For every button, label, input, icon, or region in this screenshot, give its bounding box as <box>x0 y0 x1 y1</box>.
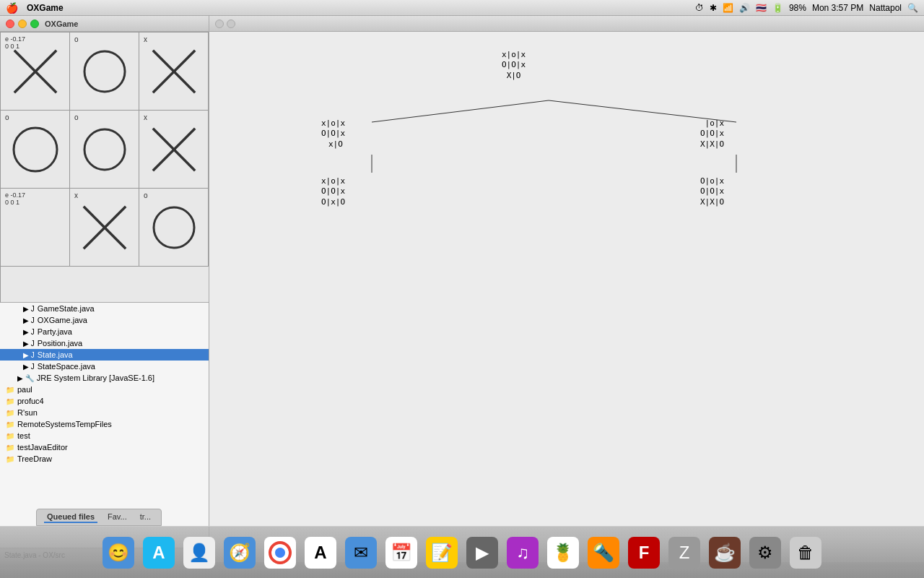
right-win-btn2[interactable] <box>227 20 235 28</box>
tab-tr[interactable]: tr... <box>137 512 154 523</box>
dock-safari[interactable]: 🧭 <box>221 534 258 571</box>
apple-menu[interactable]: 🍎 <box>6 2 18 14</box>
volume-icon[interactable]: 🔊 <box>739 3 750 13</box>
battery-icon[interactable]: 🔋 <box>772 3 783 13</box>
file-StateSpace[interactable]: ▶ J StateSpace.java <box>0 361 209 372</box>
dock-pineapple[interactable]: 🍍 <box>544 534 582 571</box>
mail-icon: ✉ <box>345 537 377 569</box>
dock-filezilla[interactable]: F <box>625 534 663 571</box>
folder-testjavaeditor[interactable]: 📁 testJavaEditor <box>0 441 209 453</box>
menubar-right: ⏱ ✱ 📶 🔊 🇹🇭 🔋 98% Mon 3:57 PM Nattapol 🔍 <box>695 3 918 13</box>
folder-profuc4[interactable]: 📁 profuc4 <box>0 395 209 407</box>
board-cell-1-1[interactable]: o <box>70 111 139 189</box>
o-mark-2-2 <box>149 202 199 253</box>
cell-label-0-1: o <box>74 35 79 43</box>
board-cell-0-1[interactable]: o <box>70 33 139 111</box>
dock-finder[interactable]: 😊 <box>100 534 137 571</box>
datetime: Mon 3:57 PM <box>812 3 863 13</box>
dock-font-book[interactable]: A <box>302 534 339 571</box>
x-mark-0-2 <box>149 46 199 97</box>
tree-node-l1-right: |o|x O|O|x X|X|O <box>700 118 724 150</box>
folder-icon-remote: 📁 <box>6 420 14 428</box>
board-cell-0-0[interactable]: e -0.170 0 1 <box>1 33 70 111</box>
dock-chrome[interactable] <box>261 534 299 571</box>
folder-test[interactable]: 📁 test <box>0 430 209 441</box>
close-button[interactable] <box>6 20 14 28</box>
svg-line-12 <box>372 100 549 122</box>
file-OXGame-label: OXGame.java <box>38 316 87 324</box>
cell-label-1-0: o <box>5 113 9 121</box>
java-icon: ▶ J <box>23 305 35 313</box>
file-Party-label: Party.java <box>38 327 72 336</box>
dock-system-prefs[interactable]: ⚙ <box>746 534 784 571</box>
minimize-button[interactable] <box>18 20 27 28</box>
dock-quicktime[interactable]: ▶ <box>463 534 501 571</box>
dock-stickies[interactable]: 📝 <box>423 534 461 571</box>
main-area: OXGame e -0.170 0 1 o <box>0 16 924 562</box>
l1-right-board: |o|x O|O|x X|X|O <box>700 118 724 150</box>
maximize-button[interactable] <box>30 20 39 28</box>
folder-icon-treedraw: 📁 <box>6 455 14 463</box>
dock-app-store[interactable]: A <box>140 534 178 571</box>
dock-mail[interactable]: ✉ <box>342 534 380 571</box>
dock-contacts[interactable]: 👤 <box>180 534 218 571</box>
board-cell-2-0[interactable]: e -0.170 0 1 <box>1 189 70 267</box>
folder-remote-label: RemoteSystemsTempFiles <box>17 420 112 428</box>
file-OXGame[interactable]: ▶ J OXGame.java <box>0 314 209 326</box>
game-board: e -0.170 0 1 o x <box>0 32 209 303</box>
spotlight-icon[interactable]: 🔍 <box>907 3 918 13</box>
file-State-label: State.java <box>38 350 73 359</box>
tab-queued-files[interactable]: Queued files <box>44 512 97 523</box>
left-panel: OXGame e -0.170 0 1 o <box>0 16 209 562</box>
board-cell-0-2[interactable]: x <box>139 33 209 111</box>
contacts-icon: 👤 <box>183 537 215 569</box>
folder-treedraw[interactable]: 📁 TreeDraw <box>0 453 209 465</box>
flag-icon[interactable]: 🇹🇭 <box>756 3 767 13</box>
svg-point-17 <box>275 548 285 558</box>
app-name-menu[interactable]: OXGame <box>27 3 64 13</box>
chrome-icon <box>264 537 296 569</box>
oxgame-titlebar: OXGame <box>0 16 209 32</box>
right-win-btn1[interactable] <box>215 20 224 28</box>
o-mark-1-0 <box>10 124 61 175</box>
dock-coffee[interactable]: ☕ <box>706 534 744 571</box>
jre-library[interactable]: ▶ 🔧 JRE System Library [JavaSE-1.6] <box>0 372 209 384</box>
file-State[interactable]: ▶ J State.java <box>0 349 209 361</box>
tree-root-node: x|o|x O|O|x X|O <box>502 50 526 81</box>
board-cell-2-2[interactable]: o <box>139 189 209 267</box>
board-cell-2-1[interactable]: x <box>70 189 139 267</box>
folder-rsun-label: R'sun <box>17 408 38 417</box>
cell-label-0-0: e -0.170 0 1 <box>5 35 25 50</box>
bluetooth-icon[interactable]: ✱ <box>710 3 717 13</box>
folder-remote[interactable]: 📁 RemoteSystemsTempFiles <box>0 418 209 430</box>
dock-calendar[interactable]: 📅 <box>383 534 420 571</box>
itunes-icon: ♫ <box>507 537 539 569</box>
cell-label-1-2: x <box>144 113 147 121</box>
pineapple-icon: 🍍 <box>547 537 579 569</box>
dock-vlc[interactable]: 🔦 <box>585 534 622 571</box>
dock-app1[interactable]: Z <box>666 534 703 571</box>
board-cell-1-0[interactable]: o <box>1 111 70 189</box>
tab-fav[interactable]: Fav... <box>105 512 130 523</box>
folder-rsun[interactable]: 📁 R'sun <box>0 407 209 418</box>
file-Party[interactable]: ▶ J Party.java <box>0 326 209 337</box>
file-Position-label: Position.java <box>38 339 82 348</box>
wifi-icon[interactable]: 📶 <box>723 3 733 13</box>
coffee-icon: ☕ <box>709 537 741 569</box>
jre-icon: ▶ 🔧 <box>17 374 34 382</box>
dock-itunes[interactable]: ♫ <box>504 534 541 571</box>
board-cell-1-2[interactable]: x <box>139 111 209 189</box>
folder-profuc4-label: profuc4 <box>17 397 44 405</box>
dock-trash[interactable]: 🗑 <box>787 534 824 571</box>
cell-label-2-1: x <box>74 191 78 199</box>
quicktime-icon: ▶ <box>466 537 498 569</box>
file-GameState[interactable]: ▶ J GameState.java <box>0 303 209 314</box>
file-Position[interactable]: ▶ J Position.java <box>0 337 209 349</box>
folder-icon-paul: 📁 <box>6 386 14 394</box>
svg-point-5 <box>14 128 57 171</box>
time-machine-icon[interactable]: ⏱ <box>695 3 704 13</box>
folder-paul[interactable]: 📁 paul <box>0 384 209 395</box>
folder-testjavaeditor-label: testJavaEditor <box>17 443 68 452</box>
svg-point-6 <box>84 129 125 170</box>
battery-percent: 98% <box>789 3 806 13</box>
